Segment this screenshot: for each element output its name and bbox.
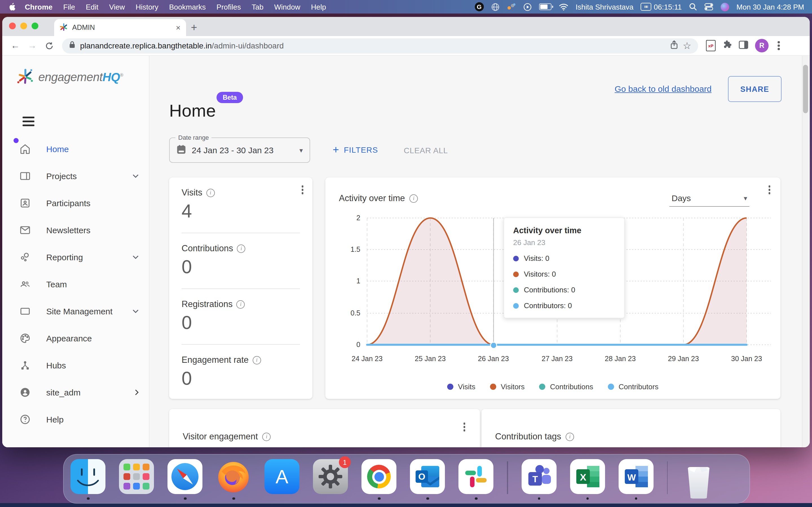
spotlight-search-icon[interactable] [689, 3, 697, 11]
info-icon[interactable]: i [262, 432, 271, 441]
dock-outlook[interactable]: O [410, 459, 445, 501]
share-page-icon[interactable] [670, 40, 678, 52]
url-path: /admin-ui/dashboard [212, 41, 284, 50]
svg-text:24 Jan 23: 24 Jan 23 [352, 355, 383, 362]
visitor-engagement-kebab-icon[interactable] [461, 420, 467, 434]
new-tab-button[interactable]: + [186, 20, 202, 36]
dock-finder[interactable] [70, 459, 105, 501]
side-panel-icon[interactable] [739, 40, 748, 51]
back-button[interactable]: ← [8, 38, 22, 53]
stat-visits-value: 4 [182, 201, 300, 222]
tab-close-icon[interactable]: × [176, 24, 181, 32]
info-icon[interactable]: i [237, 300, 245, 308]
drive-status-icon[interactable] [507, 3, 516, 11]
sidebar-item-home[interactable]: Home [2, 135, 149, 162]
browser-menu-kebab-icon[interactable] [775, 39, 782, 52]
legend-contributors[interactable]: Contributors [608, 383, 659, 391]
menu-profiles[interactable]: Profiles [216, 3, 241, 11]
menu-window[interactable]: Window [274, 3, 301, 11]
legend-visits[interactable]: Visits [447, 383, 475, 391]
tooltip-row: Visitors: 0 [513, 270, 615, 278]
pdf-extension-icon[interactable]: xP [706, 40, 716, 51]
dock-trash[interactable] [681, 459, 716, 501]
info-icon[interactable]: i [206, 188, 215, 197]
tooltip-date: 26 Jan 23 [513, 238, 615, 247]
browser-tab-admin[interactable]: ADMIN × [54, 19, 186, 36]
url-text[interactable]: planandcreate.replica.bangthetable.in/ad… [80, 41, 284, 50]
timer-icon [641, 3, 652, 11]
dock-chrome[interactable] [361, 459, 396, 501]
sidebar: engagementHQ® Home Projects [2, 56, 149, 447]
control-center-icon[interactable] [704, 3, 713, 11]
sidebar-item-appearance[interactable]: Appearance [2, 325, 149, 351]
stats-card-kebab-icon[interactable] [299, 183, 306, 196]
dock-excel[interactable]: X [570, 459, 605, 501]
menu-bookmarks[interactable]: Bookmarks [169, 3, 206, 11]
menu-view[interactable]: View [109, 3, 125, 11]
dock-launchpad[interactable] [119, 459, 154, 501]
sidebar-item-team[interactable]: Team [2, 270, 149, 297]
dock-system-settings[interactable]: 1 [313, 459, 348, 501]
lock-icon[interactable] [69, 41, 75, 51]
siri-icon[interactable] [721, 3, 729, 11]
sidebar-item-site-management[interactable]: Site Management [2, 297, 149, 325]
hamburger-menu-icon[interactable] [20, 114, 37, 128]
play-status-icon[interactable] [523, 3, 532, 11]
menu-edit[interactable]: Edit [86, 3, 98, 11]
menubar-datetime[interactable]: Mon 30 Jan 4:28 PM [737, 3, 804, 11]
sidebar-item-site-adm[interactable]: site_adm [2, 379, 149, 406]
apple-menu-icon[interactable] [8, 2, 16, 11]
close-window-button[interactable] [9, 22, 16, 29]
macos-menu-bar: Chrome File Edit View History Bookmarks … [0, 0, 812, 13]
address-bar[interactable]: planandcreate.replica.bangthetable.in/ad… [62, 38, 698, 53]
info-icon[interactable]: i [566, 432, 574, 441]
sidebar-item-newsletters[interactable]: Newsletters [2, 216, 149, 243]
sidebar-item-help[interactable]: Help [2, 406, 149, 433]
wifi-icon[interactable] [559, 3, 568, 10]
dock-teams[interactable]: T [521, 459, 556, 501]
legend-contributions[interactable]: Contributions [539, 383, 593, 391]
page-scrollbar-thumb[interactable] [803, 65, 808, 113]
sidebar-item-projects[interactable]: Projects [2, 162, 149, 189]
dock-slack[interactable] [458, 459, 493, 501]
share-button[interactable]: SHARE [728, 76, 781, 102]
info-icon[interactable]: i [237, 244, 246, 252]
legend-visitors[interactable]: Visitors [490, 383, 525, 391]
word-icon: W [618, 459, 653, 494]
help-icon [18, 413, 32, 425]
extensions-puzzle-icon[interactable] [722, 40, 732, 52]
battery-icon[interactable] [539, 3, 552, 10]
menubar-username[interactable]: Ishita Shrivastava [576, 3, 633, 11]
reload-button[interactable] [42, 38, 56, 53]
globe-status-icon[interactable] [491, 3, 500, 11]
dock-word[interactable]: W [618, 459, 653, 501]
sidebar-item-reporting[interactable]: Reporting [2, 243, 149, 270]
zoom-window-button[interactable] [32, 22, 38, 29]
g-app-status-icon[interactable]: G [475, 2, 484, 11]
info-icon[interactable]: i [253, 356, 261, 364]
clear-all-button[interactable]: CLEAR ALL [404, 146, 448, 155]
menu-app-name[interactable]: Chrome [25, 3, 52, 11]
menu-file[interactable]: File [63, 3, 75, 11]
page-scrollbar-track[interactable] [802, 56, 809, 447]
app-store-icon: A [264, 459, 299, 494]
menu-tab[interactable]: Tab [252, 3, 264, 11]
browser-profile-avatar[interactable]: R [755, 39, 769, 52]
screen-record-timer[interactable]: 06:15:11 [641, 3, 682, 11]
date-range-picker[interactable]: Date range 24 Jan 23 - 30 Jan 23 ▾ [169, 137, 310, 163]
sidebar-item-participants[interactable]: Participants [2, 189, 149, 216]
dock-firefox[interactable] [216, 459, 251, 501]
visitor-engagement-title: Visitor engagementi [183, 432, 271, 442]
bookmark-star-icon[interactable]: ☆ [683, 40, 692, 52]
dock-safari[interactable] [167, 459, 202, 501]
filters-button[interactable]: + FILTERS [333, 144, 378, 156]
menu-history[interactable]: History [136, 3, 158, 11]
sidebar-item-hubs[interactable]: Hubs [2, 351, 149, 379]
menu-help[interactable]: Help [311, 3, 326, 11]
go-back-old-dashboard-link[interactable]: Go back to old dashboard [615, 84, 712, 94]
minimize-window-button[interactable] [20, 22, 27, 29]
window-controls[interactable] [9, 22, 38, 29]
forward-button[interactable]: → [25, 38, 40, 53]
browser-window: ADMIN × + ← → planandcreate.replica.bang… [2, 17, 810, 447]
dock-app-store[interactable]: A [264, 459, 299, 501]
